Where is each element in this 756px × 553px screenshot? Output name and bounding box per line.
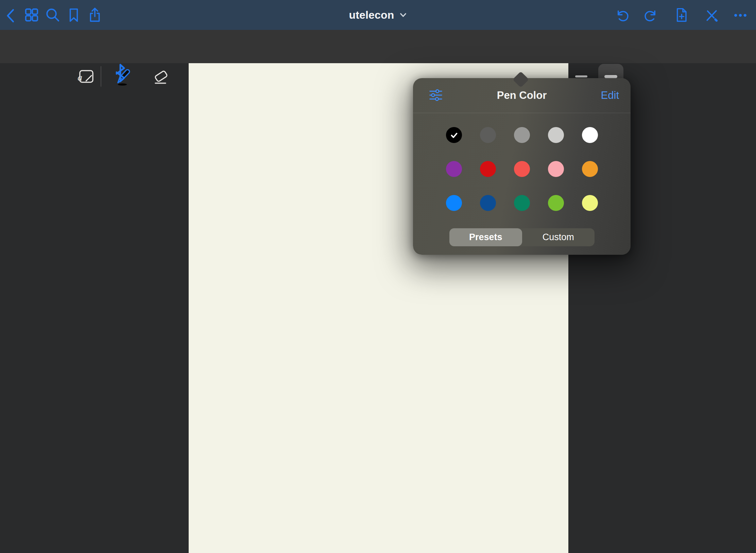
toolbar-divider [101,66,101,87]
color-swatch[interactable] [480,127,496,143]
svg-text:a: a [78,72,82,83]
pen-cross-icon [704,7,719,23]
search-button[interactable] [45,7,61,23]
color-swatch[interactable] [514,195,530,211]
pen-settings-button[interactable] [428,87,444,104]
color-swatch[interactable] [446,127,462,143]
stroke-medium-preview [575,75,587,77]
undo-icon [614,7,629,23]
add-page-button[interactable] [673,7,689,23]
color-swatch[interactable] [446,161,462,177]
presets-custom-segmented-control: Presets Custom [449,228,595,246]
pen-tool-button[interactable] [113,67,132,86]
tools-toolbar: a [0,30,756,63]
color-swatch[interactable] [548,195,564,211]
check-icon [449,130,459,140]
handwriting-panel-icon: a [76,67,96,86]
stop-annotating-button[interactable] [704,7,719,23]
color-swatch[interactable] [548,161,564,177]
color-swatch[interactable] [548,127,564,143]
tab-presets[interactable]: Presets [449,228,522,246]
redo-icon [644,7,659,23]
pen-color-popover: Pen Color Edit Presets Custom [413,78,631,255]
share-button[interactable] [87,7,103,23]
title-area: utelecon [0,0,756,30]
bluetooth-icon [110,63,130,83]
popover-title: Pen Color [413,89,631,102]
top-navigation-bar: utelecon [0,0,756,30]
more-icon [733,7,748,23]
color-swatch[interactable] [514,127,530,143]
color-swatch[interactable] [582,195,598,211]
bookmark-button[interactable] [66,7,82,23]
handwriting-panel-button[interactable]: a [76,67,96,86]
documents-grid-button[interactable] [24,7,39,23]
edit-button[interactable]: Edit [601,89,619,102]
back-icon [3,7,19,23]
bookmark-icon [66,7,82,23]
sliders-icon [428,87,444,103]
more-button[interactable] [733,7,748,23]
add-page-icon [673,7,689,23]
document-title-label: utelecon [349,9,394,21]
back-button[interactable] [3,7,19,23]
stroke-thick-preview [604,75,617,78]
color-swatch[interactable] [514,161,530,177]
color-swatch-grid [446,127,598,211]
eraser-icon [151,67,171,86]
app-grid-icon [24,7,39,23]
eraser-tool-button[interactable] [151,67,171,86]
color-swatch[interactable] [446,195,462,211]
tab-custom[interactable]: Custom [522,228,595,246]
color-swatch[interactable] [480,195,496,211]
redo-button[interactable] [644,7,659,23]
color-swatch[interactable] [480,161,496,177]
document-title[interactable]: utelecon [349,9,407,21]
color-swatch[interactable] [582,161,598,177]
popover-header: Pen Color Edit [413,78,631,113]
search-icon [45,7,61,23]
share-icon [87,7,103,23]
undo-button[interactable] [614,7,629,23]
color-swatch[interactable] [582,127,598,143]
chevron-down-icon [399,11,407,19]
